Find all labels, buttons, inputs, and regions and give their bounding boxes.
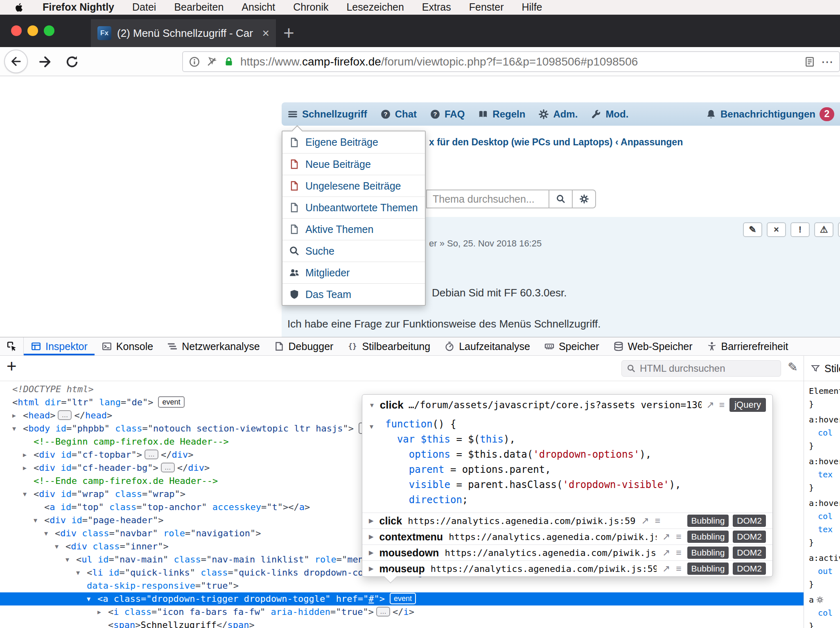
permission-blocked-icon[interactable] bbox=[206, 56, 217, 68]
menubar-item-extras[interactable]: Extras bbox=[422, 1, 451, 13]
markup-line[interactable]: ▶<i class="icon fa-bars fa-fw" aria-hidd… bbox=[0, 605, 804, 619]
forum-nav-chat[interactable]: ?Chat bbox=[380, 108, 417, 120]
dropdown-item-neue-beitr-ge[interactable]: Neue Beiträge bbox=[282, 153, 425, 175]
reload-button[interactable] bbox=[65, 54, 79, 69]
reader-mode-icon[interactable] bbox=[804, 56, 815, 68]
post-delete-button[interactable]: × bbox=[767, 222, 786, 237]
devtools-tab-barrierefreiheit[interactable]: Barrierefreiheit bbox=[700, 337, 795, 355]
jump-to-source-icon[interactable]: ↗ bbox=[707, 400, 714, 411]
devtools-tab-stilbearbeitung[interactable]: {}Stilbearbeitung bbox=[340, 337, 437, 355]
collapsed-ellipsis[interactable]: … bbox=[376, 607, 390, 617]
page-actions-icon[interactable]: ⋯ bbox=[821, 54, 833, 69]
dropdown-item-mitglieder[interactable]: Mitglieder bbox=[282, 262, 425, 283]
post-report-button[interactable]: ! bbox=[790, 222, 810, 237]
chevron-down-icon[interactable]: ▼ bbox=[370, 419, 373, 434]
event-source[interactable]: https://analytics.agenedia.com/piwik.js:… bbox=[431, 564, 657, 574]
rule-property[interactable]: col bbox=[809, 606, 840, 619]
twisty-icon[interactable]: ▼ bbox=[44, 527, 48, 540]
chevron-right-icon[interactable]: ▶ bbox=[369, 565, 374, 572]
back-button[interactable] bbox=[4, 50, 28, 73]
event-listener-row[interactable]: ▶clickhttps://analytics.agenedia.com/piw… bbox=[362, 513, 772, 529]
event-listener-row[interactable]: ▶mousedownhttps://analytics.agenedia.com… bbox=[362, 544, 772, 560]
rule-selector[interactable]: a:hover bbox=[809, 497, 840, 510]
dropdown-item-unbeantwortete-themen[interactable]: Unbeantwortete Themen bbox=[282, 197, 425, 218]
lines-icon[interactable]: ≡ bbox=[676, 531, 681, 542]
event-listener-row[interactable]: ▶mouseuphttps://analytics.agenedia.com/p… bbox=[362, 560, 772, 576]
close-window-button[interactable] bbox=[11, 25, 22, 36]
jump-to-source-icon[interactable]: ↗ bbox=[662, 563, 670, 574]
forum-nav-regeln[interactable]: Regeln bbox=[478, 108, 525, 120]
event-source[interactable]: https://analytics.agenedia.com/piwik.js:… bbox=[449, 532, 657, 542]
tab-close-icon[interactable]: × bbox=[259, 26, 269, 40]
markup-line[interactable]: ▼<a class="dropdown-trigger dropdown-tog… bbox=[0, 592, 804, 605]
markup-search-input[interactable] bbox=[640, 363, 776, 374]
menubar-item-bearbeiten[interactable]: Bearbeiten bbox=[174, 1, 224, 13]
event-listener-row[interactable]: ▶contextmenuhttps://analytics.agenedia.c… bbox=[362, 529, 772, 544]
markup-line[interactable]: <span>Schnellzugriff</span> bbox=[0, 619, 804, 628]
page-info-icon[interactable] bbox=[189, 56, 200, 68]
rule-selector[interactable]: a:hover bbox=[809, 455, 840, 468]
forum-nav-schnellzugriff[interactable]: Schnellzugriff bbox=[287, 108, 367, 120]
jump-to-source-icon[interactable]: ↗ bbox=[662, 547, 670, 558]
rule-property[interactable]: col bbox=[809, 426, 840, 439]
event-source[interactable]: https://analytics.agenedia.com/piwik.js:… bbox=[408, 516, 635, 526]
chevron-down-icon[interactable]: ▼ bbox=[369, 402, 375, 409]
chevron-right-icon[interactable]: ▶ bbox=[369, 533, 374, 540]
event-badge[interactable]: event bbox=[158, 396, 184, 408]
forum-nav-faq[interactable]: ?FAQ bbox=[430, 108, 465, 120]
rule-selector[interactable]: a bbox=[809, 593, 840, 606]
post-edit-button[interactable]: ✎ bbox=[743, 222, 762, 237]
https-lock-icon[interactable] bbox=[223, 56, 235, 68]
styles-sidebar-header[interactable]: Stile bbox=[811, 356, 840, 381]
url-bar[interactable]: https://www.camp-firefox.de/forum/viewto… bbox=[182, 51, 840, 72]
twisty-icon[interactable]: ▼ bbox=[87, 592, 90, 605]
dropdown-item-aktive-themen[interactable]: Aktive Themen bbox=[282, 218, 425, 240]
rule-selector[interactable]: a:hover bbox=[809, 413, 840, 426]
lines-icon[interactable]: ≡ bbox=[719, 400, 725, 411]
twisty-icon[interactable]: ▼ bbox=[76, 566, 80, 579]
dropdown-item-suche[interactable]: Suche bbox=[282, 240, 425, 262]
browser-tab[interactable]: Fx (2) Menü Schnellzugriff - Camp × bbox=[91, 19, 276, 47]
new-tab-button[interactable]: + bbox=[283, 20, 294, 45]
twisty-icon[interactable]: ▼ bbox=[23, 488, 27, 501]
post-info-button[interactable]: i bbox=[838, 222, 840, 237]
lines-icon[interactable]: ≡ bbox=[676, 547, 681, 558]
collapsed-ellipsis[interactable]: … bbox=[161, 463, 175, 472]
event-handler-header[interactable]: ▼ click …/forum/assets/javascript/core.j… bbox=[362, 395, 772, 415]
menubar-item-ansicht[interactable]: Ansicht bbox=[242, 1, 275, 13]
event-source[interactable]: …/forum/assets/javascript/core.js?assets… bbox=[409, 400, 702, 410]
twisty-icon[interactable]: ▼ bbox=[65, 553, 69, 566]
dropdown-item-ungelesene-beitr-ge[interactable]: Ungelesene Beiträge bbox=[282, 175, 425, 197]
devtools-tab-web-speicher[interactable]: Web-Speicher bbox=[606, 337, 700, 355]
twisty-icon[interactable]: ▶ bbox=[23, 461, 27, 474]
pick-element-button[interactable] bbox=[0, 337, 24, 355]
lines-icon[interactable]: ≡ bbox=[676, 563, 681, 574]
lines-icon[interactable]: ≡ bbox=[655, 515, 660, 526]
dropdown-item-das-team[interactable]: Das Team bbox=[282, 283, 425, 305]
menubar-item-hilfe[interactable]: Hilfe bbox=[522, 1, 542, 13]
chevron-right-icon[interactable]: ▶ bbox=[369, 517, 374, 524]
devtools-tab-netzwerkanalyse[interactable]: Netzwerkanalyse bbox=[160, 337, 266, 355]
add-node-button[interactable]: + bbox=[7, 357, 17, 376]
event-source[interactable]: https://analytics.agenedia.com/piwik.js:… bbox=[445, 548, 656, 558]
chevron-right-icon[interactable]: ▶ bbox=[369, 549, 374, 556]
edit-html-icon[interactable]: ✎ bbox=[788, 360, 798, 374]
markup-search[interactable] bbox=[621, 360, 781, 377]
devtools-tab-debugger[interactable]: Debugger bbox=[267, 337, 341, 355]
twisty-icon[interactable]: ▶ bbox=[97, 605, 101, 619]
menubar-item-datei[interactable]: Datei bbox=[132, 1, 156, 13]
twisty-icon[interactable]: ▼ bbox=[12, 422, 16, 435]
menubar-item-fenster[interactable]: Fenster bbox=[469, 1, 504, 13]
jump-to-source-icon[interactable]: ↗ bbox=[662, 531, 670, 542]
jump-to-source-icon[interactable]: ↗ bbox=[641, 515, 649, 526]
devtools-tab-speicher[interactable]: Speicher bbox=[537, 337, 606, 355]
collapsed-ellipsis[interactable]: … bbox=[58, 410, 72, 420]
menubar-app-name[interactable]: Firefox Nightly bbox=[43, 1, 114, 13]
devtools-tab-laufzeitanalyse[interactable]: Laufzeitanalyse bbox=[437, 337, 537, 355]
notifications-link[interactable]: Benachrichtigungen 2 bbox=[706, 107, 834, 121]
rule-property[interactable]: out bbox=[809, 565, 840, 578]
apple-menu-icon[interactable] bbox=[14, 2, 25, 13]
rule-selector[interactable]: a:activ bbox=[809, 551, 840, 565]
devtools-tab-konsole[interactable]: Konsole bbox=[95, 337, 160, 355]
event-badge[interactable]: event bbox=[390, 593, 416, 604]
